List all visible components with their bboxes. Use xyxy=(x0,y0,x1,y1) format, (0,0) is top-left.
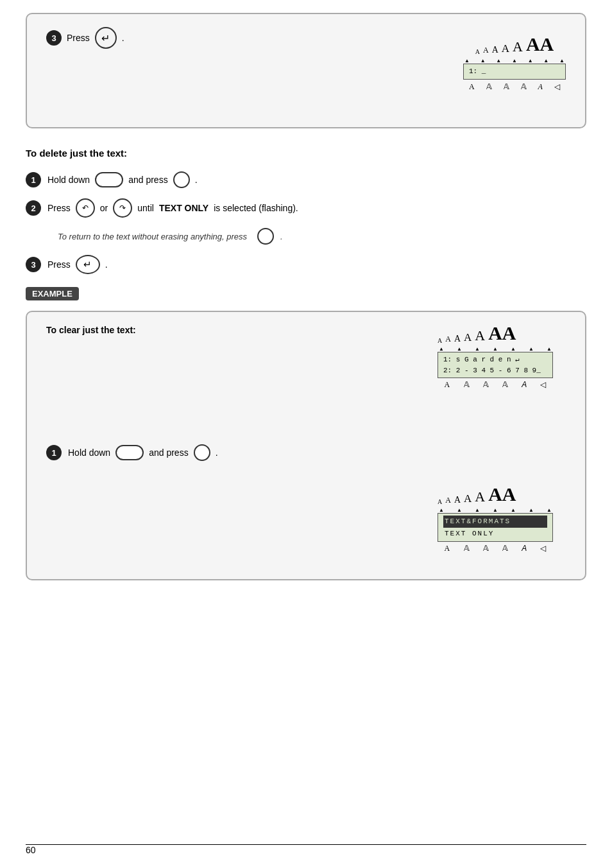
text-only-label: TEXT ONLY xyxy=(159,203,208,213)
top-box-step: 3 Press ↵ . xyxy=(46,27,124,49)
example-lcd-content-bottom: TEXT&FORMATS TEXT ONLY xyxy=(438,513,553,542)
step-3-badge-main: 3 xyxy=(26,257,41,272)
enter-key-icon: ↵ xyxy=(95,27,117,49)
top-instruction-box: 3 Press ↵ . A A A A A AA ▲▲▲▲▲▲▲ 1: _ A … xyxy=(26,13,586,128)
lcd-line1: 1: _ xyxy=(469,67,486,75)
press-label-3: Press xyxy=(47,259,71,270)
italic-note-text: To return to the text without erasing an… xyxy=(58,232,247,241)
example-lcd-bottom-labels-top: A 𝔸 𝔸 𝔸 A ◁ xyxy=(438,380,553,390)
step-3-text: Press ↵ . xyxy=(47,255,108,274)
hold-down-label: Hold down xyxy=(47,175,90,185)
delete-steps: 1 Hold down and press . 2 Press ↶ or ↷ u… xyxy=(26,171,586,274)
example-box: To clear just the text: A A A A A AA ▲▲▲… xyxy=(26,311,586,580)
example-oval-btn xyxy=(115,445,144,460)
lcd-panel-top: A A A A A AA ▲▲▲▲▲▲▲ 1: _ A 𝔸 𝔸 𝔸 A ◁ xyxy=(463,33,566,92)
example-lcd-content-top: 1: s G a r d e n ↵ 2: 2 - 3 4 5 - 6 7 8 … xyxy=(438,352,553,378)
period: . xyxy=(122,33,124,43)
delete-step-italic-note: To return to the text without erasing an… xyxy=(58,228,586,245)
period-note: . xyxy=(280,232,283,241)
right-arrow-btn: ↷ xyxy=(113,198,132,218)
lcd-screen: ▲▲▲▲▲▲▲ 1: _ xyxy=(463,58,566,80)
delete-step-2: 2 Press ↶ or ↷ until TEXT ONLY is select… xyxy=(26,198,586,218)
enter-key-step3: ↵ xyxy=(76,255,100,274)
example-step-1-text: Hold down and press . xyxy=(68,444,218,461)
step-3-badge: 3 xyxy=(46,30,62,46)
page-bottom-line xyxy=(26,844,586,845)
until-label: until xyxy=(137,203,154,213)
circle-btn-note xyxy=(257,228,274,245)
example-lcd-line1: 1: s G a r d e n ↵ xyxy=(443,354,547,365)
and-press-label: and press xyxy=(128,175,167,185)
lcd-bottom-labels: A 𝔸 𝔸 𝔸 A ◁ xyxy=(463,82,566,92)
step-2-badge: 2 xyxy=(26,200,41,216)
example-lcd-top-arrows: ▲▲▲▲▲▲▲ xyxy=(438,346,553,352)
circle-button-1 xyxy=(173,171,190,188)
example-hold-down-label: Hold down xyxy=(68,447,110,458)
step-1-badge: 1 xyxy=(26,172,41,187)
example-lcd-top: A A A A A AA ▲▲▲▲▲▲▲ 1: s G a r d e n ↵ … xyxy=(438,322,553,390)
period-3: . xyxy=(105,259,108,270)
left-arrow-btn: ↶ xyxy=(76,198,95,218)
or-label: or xyxy=(100,203,108,213)
example-circle-btn xyxy=(194,444,210,461)
example-font-sizes-top: A A A A A AA xyxy=(438,322,553,344)
press-label-2: Press xyxy=(47,203,71,213)
example-font-sizes-bottom: A A A A A AA xyxy=(438,483,553,505)
example-lcd-bottom-arrows: ▲▲▲▲▲▲▲ xyxy=(438,507,553,513)
oval-button-1 xyxy=(95,172,123,187)
lcd-content-top: 1: _ xyxy=(463,64,566,80)
is-selected-label: is selected (flashing). xyxy=(214,203,298,213)
delete-step-3: 3 Press ↵ . xyxy=(26,255,586,274)
example-lcd-line4: TEXT ONLY xyxy=(443,528,547,540)
press-label: Press xyxy=(67,33,90,43)
period-1: . xyxy=(195,175,198,185)
font-sizes-display: A A A A A AA xyxy=(475,33,554,55)
example-and-press-label: and press xyxy=(149,447,188,458)
page-number: 60 xyxy=(26,845,36,855)
example-lcd-bottom-labels-bottom: A 𝔸 𝔸 𝔸 A ◁ xyxy=(438,544,553,553)
example-lcd-line3: TEXT&FORMATS xyxy=(443,516,547,528)
delete-section-heading: To delete just the text: xyxy=(26,148,586,159)
example-period: . xyxy=(216,447,218,458)
example-step-1: 1 Hold down and press . xyxy=(46,444,566,461)
delete-step-1: 1 Hold down and press . xyxy=(26,171,586,188)
example-lcd-bottom: A A A A A AA ▲▲▲▲▲▲▲ TEXT&FORMATS TEXT O… xyxy=(438,483,553,553)
lcd-top-arrows: ▲▲▲▲▲▲▲ xyxy=(463,58,566,64)
step-2-text: Press ↶ or ↷ until TEXT ONLY is selected… xyxy=(47,198,298,218)
example-lcd-line2: 2: 2 - 3 4 5 - 6 7 8 9_ xyxy=(443,365,547,376)
step-1-text: Hold down and press . xyxy=(47,171,198,188)
example-badge: EXAMPLE xyxy=(26,287,79,300)
example-step-1-badge: 1 xyxy=(46,445,62,460)
